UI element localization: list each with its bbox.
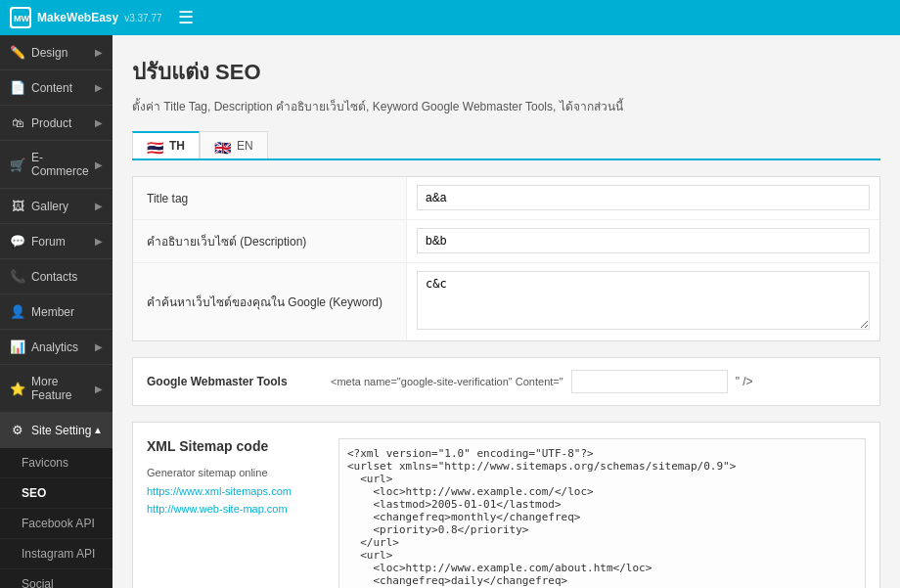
sidebar-item-contacts[interactable]: 📞 Contacts [0, 259, 112, 294]
sidebar-item-design[interactable]: ✏️ Design ▶ [0, 35, 112, 70]
flag-en: 🇬🇧 [214, 140, 232, 152]
ecommerce-icon: 🛒 [10, 158, 25, 172]
webmaster-meta-suffix: " /> [736, 375, 753, 388]
arrow-icon-analytics: ▶ [95, 341, 103, 352]
topbar-logo: MW MakeWebEasy v3.37.77 [10, 7, 162, 28]
arrow-icon-design: ▶ [95, 47, 103, 58]
xml-sitemap-title: XML Sitemap code [147, 438, 323, 454]
member-icon: 👤 [10, 304, 25, 319]
sidebar-item-gallery[interactable]: 🖼 Gallery ▶ [0, 189, 112, 224]
contacts-icon: 📞 [10, 269, 25, 284]
page-description: ตั้งค่า Title Tag, Description คำอธิบายเ… [132, 97, 880, 115]
logo-icon: MW [10, 7, 31, 28]
tab-th-label: TH [169, 139, 185, 153]
xml-generator-label: Generator sitemap online [147, 467, 268, 478]
keyword-input[interactable]: c&c [417, 271, 870, 330]
arrow-icon-forum: ▶ [95, 236, 103, 247]
sidebar-item-content[interactable]: 📄 Content ▶ [0, 70, 112, 106]
arrow-icon-gallery: ▶ [95, 201, 103, 211]
arrow-icon-product: ▶ [95, 117, 103, 128]
version-text: v3.37.77 [124, 13, 161, 23]
sidebar-label-ecommerce: E-Commerce [31, 151, 95, 178]
product-icon: 🛍 [10, 115, 25, 130]
xml-link-2[interactable]: http://www.web-site-map.com [147, 503, 288, 515]
sidebar-label-product: Product [31, 116, 71, 130]
keyword-label: คำค้นหาเว็บไซต์ของคุณใน Google (Keyword) [133, 263, 407, 340]
sidebar-item-site-setting[interactable]: ⚙ Site Setting ▲ [0, 413, 112, 448]
sidebar-label-design: Design [31, 46, 68, 60]
forum-icon: 💬 [10, 234, 25, 249]
title-tag-row: Title tag [133, 177, 879, 220]
sidebar-item-more-feature[interactable]: ⭐ More Feature ▶ [0, 365, 112, 413]
sidebar-label-gallery: Gallery [31, 200, 68, 213]
sidebar-item-ecommerce[interactable]: 🛒 E-Commerce ▶ [0, 141, 112, 189]
keyword-row: คำค้นหาเว็บไซต์ของคุณใน Google (Keyword)… [133, 263, 879, 340]
page-title: ปรับแต่ง SEO [132, 55, 880, 89]
site-setting-submenu: Favicons SEO Facebook API Instagram API … [0, 448, 112, 588]
submenu-seo[interactable]: SEO [0, 478, 112, 509]
sidebar-item-forum[interactable]: 💬 Forum ▶ [0, 224, 112, 259]
tab-en[interactable]: 🇬🇧 EN [200, 131, 268, 158]
more-feature-icon: ⭐ [10, 382, 25, 396]
title-tag-input[interactable] [417, 185, 870, 210]
sidebar-label-content: Content [31, 81, 72, 95]
arrow-icon-content: ▶ [95, 82, 103, 93]
sidebar-label-forum: Forum [31, 235, 66, 249]
gallery-icon: 🖼 [10, 199, 25, 213]
description-row: คำอธิบายเว็บไซต์ (Description) [133, 220, 879, 263]
design-icon: ✏️ [10, 45, 25, 60]
webmaster-verification-input[interactable] [571, 370, 728, 393]
xml-right: <?xml version="1.0" encoding="UTF-8"?> <… [338, 438, 866, 588]
sidebar-item-analytics[interactable]: 📊 Analytics ▶ [0, 330, 112, 365]
content-icon: 📄 [10, 80, 25, 95]
webmaster-label: Google Webmaster Tools [147, 375, 323, 388]
submenu-social[interactable]: Social [0, 569, 112, 588]
sidebar-label-member: Member [31, 305, 74, 319]
xml-sitemap-section: XML Sitemap code Generator sitemap onlin… [132, 422, 880, 588]
submenu-facebook-api[interactable]: Facebook API [0, 509, 112, 539]
site-setting-icon: ⚙ [10, 423, 25, 437]
arrow-icon-site-setting: ▲ [93, 425, 103, 435]
analytics-icon: 📊 [10, 339, 25, 354]
submenu-favicons[interactable]: Favicons [0, 448, 112, 478]
seo-form: Title tag คำอธิบายเว็บไซต์ (Description)… [132, 176, 880, 341]
sidebar-label-contacts: Contacts [31, 270, 77, 284]
sidebar-item-product[interactable]: 🛍 Product ▶ [0, 106, 112, 141]
keyword-input-cell: c&c [407, 263, 879, 340]
xml-left: XML Sitemap code Generator sitemap onlin… [147, 438, 323, 588]
xml-link-1[interactable]: https://www.xml-sitemaps.com [147, 485, 292, 497]
topbar: MW MakeWebEasy v3.37.77 ☰ [0, 0, 900, 35]
sidebar-label-site-setting: Site Setting [31, 424, 91, 437]
flag-th: 🇹🇭 [147, 140, 164, 152]
title-tag-input-cell [407, 177, 879, 218]
language-tabs: 🇹🇭 TH 🇬🇧 EN [132, 131, 880, 160]
arrow-icon-ecommerce: ▶ [95, 159, 103, 170]
title-tag-label: Title tag [133, 177, 407, 219]
xml-generator-info: Generator sitemap online https://www.xml… [147, 464, 323, 519]
xml-row: XML Sitemap code Generator sitemap onlin… [147, 438, 866, 588]
sidebar-label-analytics: Analytics [31, 340, 78, 354]
xml-code-textarea[interactable]: <?xml version="1.0" encoding="UTF-8"?> <… [338, 438, 866, 588]
menu-icon[interactable]: ☰ [178, 7, 194, 28]
webmaster-tools-row: Google Webmaster Tools <meta name="googl… [132, 357, 880, 406]
svg-text:MW: MW [14, 14, 29, 23]
tab-en-label: EN [237, 139, 253, 153]
arrow-icon-more: ▶ [95, 384, 103, 394]
description-label: คำอธิบายเว็บไซต์ (Description) [133, 220, 407, 262]
submenu-instagram-api[interactable]: Instagram API [0, 539, 112, 569]
sidebar-label-more-feature: More Feature [31, 375, 95, 402]
description-input-cell [407, 220, 879, 261]
webmaster-meta-prefix: <meta name="google-site-verification" Co… [331, 376, 563, 387]
sidebar-item-member[interactable]: 👤 Member [0, 294, 112, 330]
sidebar: ✏️ Design ▶ 📄 Content ▶ 🛍 Product ▶ 🛒 E-… [0, 35, 112, 588]
logo-text: MakeWebEasy [37, 11, 118, 24]
main-layout: ✏️ Design ▶ 📄 Content ▶ 🛍 Product ▶ 🛒 E-… [0, 35, 900, 588]
tab-th[interactable]: 🇹🇭 TH [132, 131, 200, 158]
content-area: ปรับแต่ง SEO ตั้งค่า Title Tag, Descript… [112, 35, 900, 588]
description-input[interactable] [417, 228, 870, 253]
